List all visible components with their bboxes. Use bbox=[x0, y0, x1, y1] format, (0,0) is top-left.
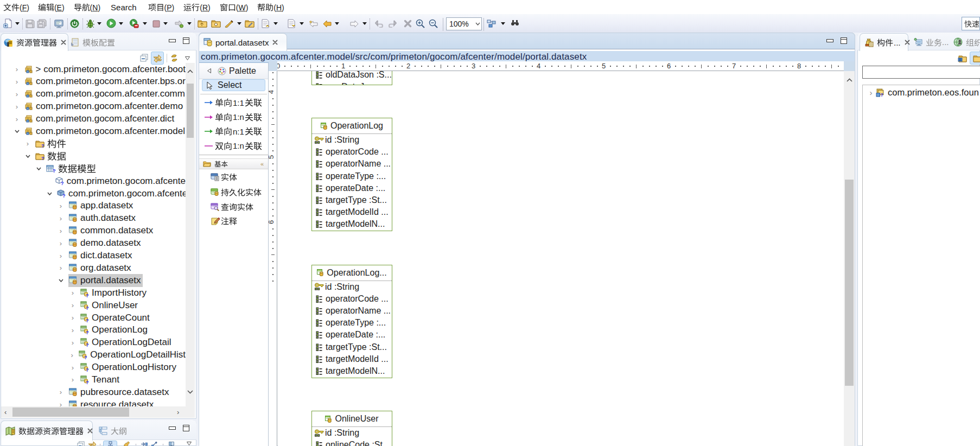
svg-text:?: ? bbox=[84, 355, 87, 359]
svg-text:?: ? bbox=[86, 380, 89, 384]
svg-text:?: ? bbox=[86, 342, 89, 347]
svg-text:?: ? bbox=[41, 143, 44, 148]
svg-text:?: ? bbox=[86, 367, 89, 372]
svg-text:?: ? bbox=[881, 92, 883, 97]
svg-text:?: ? bbox=[86, 305, 89, 310]
svg-text:?: ? bbox=[86, 318, 89, 322]
svg-text:?: ? bbox=[62, 193, 66, 198]
svg-text:?: ? bbox=[86, 330, 89, 334]
svg-text:?: ? bbox=[86, 293, 89, 297]
svg-text:?: ? bbox=[41, 156, 44, 161]
svg-text:?: ? bbox=[53, 168, 56, 173]
svg-text:?: ? bbox=[61, 181, 64, 186]
